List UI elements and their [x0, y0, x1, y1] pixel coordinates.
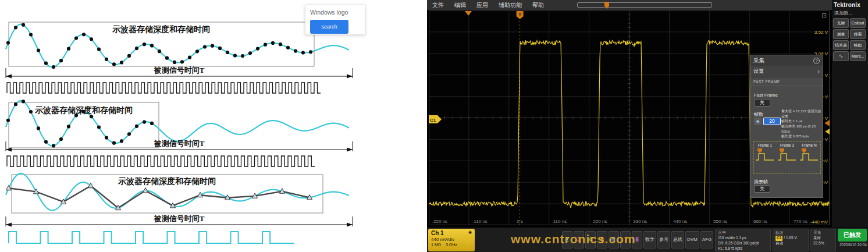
button-DVM[interactable]: DVM: [685, 231, 699, 249]
sample-dot: [294, 49, 297, 53]
side-button-搜索[interactable]: 搜索: [850, 29, 866, 39]
x-axis-label: 110 ns: [553, 219, 567, 224]
sample-dot: [74, 36, 78, 40]
x-axis-label: 0 s: [517, 219, 523, 224]
sample-dot: [22, 23, 25, 27]
sample-dot: [279, 42, 282, 46]
arrowhead-right: [347, 222, 353, 226]
frame-count-spinner[interactable]: ◈ 20: [754, 118, 781, 125]
menu-item-应用[interactable]: 应用: [471, 0, 493, 10]
acquisition-fastframe-panel: 采集 ? 设置 › FAST FRAME Fast Frame 关 帧数 ◈ 2…: [750, 55, 823, 198]
trigger-title: 触发: [775, 230, 806, 236]
frame-label: Frame N: [799, 143, 819, 147]
channel-1-position-marker[interactable]: C1: [429, 115, 442, 123]
horizontal-info-box[interactable]: 水平 110 ns/div 1.1 μs SR: 6.25 GS/s 160 p…: [715, 229, 771, 251]
spinner-icon[interactable]: ◈: [754, 118, 762, 125]
sample-dot: [97, 48, 101, 51]
side-button-绘图[interactable]: 绘图: [850, 40, 866, 50]
tooltip-button[interactable]: search: [310, 20, 348, 34]
run-status-button[interactable]: 已触发: [838, 229, 867, 242]
diagram3-arrow-label: 被测信号时间T: [154, 214, 205, 224]
side-button-Callout[interactable]: Callout: [850, 18, 866, 28]
x-axis-label: 330 ns: [633, 219, 647, 224]
windows-tooltip: Windows logo search: [305, 5, 365, 35]
sample-dot: [44, 140, 48, 144]
sample-dot: [59, 59, 63, 62]
diagram2-arrow-label: 被测信号时间T: [154, 139, 205, 149]
zoom-box-icon[interactable]: ⊡: [820, 12, 828, 19]
waveform-icon: ∿: [839, 53, 844, 59]
info-line: 帧长度:6.875 kpts: [781, 134, 821, 139]
summary-frame-toggle[interactable]: 关: [754, 185, 770, 193]
sample-dot: [271, 41, 275, 45]
sample-dot: [82, 33, 86, 36]
diagram1-title: 示波器存储深度和存储时间: [112, 24, 210, 35]
clock-train: [7, 83, 321, 93]
svg-text:C1: C1: [430, 118, 436, 123]
channel-1-name: Ch 1: [431, 230, 444, 236]
frame-label: Frame 1: [755, 143, 775, 147]
clock-train: [7, 156, 315, 166]
sample-dot: [105, 58, 108, 61]
frame-count-input[interactable]: 20: [763, 118, 781, 125]
diagrams-canvas: [0, 0, 427, 252]
info-line: 帧分辨率:160 ps (6.25 GS/s): [781, 124, 821, 134]
sample-dot: [143, 120, 146, 123]
sample-dot: [105, 136, 108, 139]
menu-item-辅助功能[interactable]: 辅助功能: [493, 0, 527, 10]
settings-row[interactable]: 设置 ›: [750, 66, 823, 77]
button-总线[interactable]: 总线: [671, 231, 684, 249]
trigger-position-marker[interactable]: [604, 2, 609, 9]
watermark: www.cntronics.com: [511, 232, 636, 246]
help-icon[interactable]: ?: [813, 58, 820, 64]
clock-train: [9, 232, 294, 243]
menu-item-编辑[interactable]: 编辑: [449, 0, 471, 10]
trigger-info-box[interactable]: 触发 C1/ 1.65 V 自动: [773, 229, 809, 251]
sample-dot: [135, 125, 138, 128]
sample-dot: [241, 54, 244, 58]
sample-dot: [135, 47, 138, 50]
waveform-display[interactable]: -220 ns-110 ns0 s110 ns220 ns330 ns440 n…: [429, 10, 830, 225]
sample-dot: [218, 47, 222, 50]
sample-dot: [233, 54, 237, 57]
settings-label: 设置: [753, 68, 764, 75]
trigger-flag[interactable]: T: [517, 11, 524, 19]
acquisition-info-box[interactable]: 采集 采样 22.5%: [810, 229, 836, 251]
sample-dot: [37, 48, 40, 52]
sample-dot: [44, 62, 48, 65]
x-axis-label: 660 ns: [753, 219, 767, 224]
summary-frame-label: 摘要帧: [754, 179, 768, 185]
channel-1-badge[interactable]: Ch 1 ◉ 440 mV/div 1 MΩ 3 GHz: [428, 229, 475, 251]
arrowhead-left: [6, 222, 12, 226]
side-button-光标[interactable]: 光标: [833, 18, 849, 28]
add-new-label[interactable]: 添加新...: [832, 8, 868, 18]
x-axis-label: 550 ns: [713, 219, 727, 224]
channel-level-marker: [825, 129, 830, 134]
horizontal-position-bar[interactable]: [577, 2, 712, 8]
menu-item-帮助[interactable]: 帮助: [527, 0, 549, 10]
y-axis-label: 0 V: [821, 201, 828, 207]
chevron-right-icon: ›: [817, 68, 820, 76]
status-boxes: 水平 110 ns/div 1.1 μs SR: 6.25 GS/s 160 p…: [715, 229, 867, 251]
diagrams-panel: 示波器存储深度和存储时间 示波器存储深度和存储时间 示波器存储深度和存储时间 被…: [0, 0, 427, 252]
plot-icon-button[interactable]: ∿: [833, 51, 849, 61]
side-button-More...[interactable]: More...: [850, 51, 866, 61]
menu-item-文件[interactable]: 文件: [427, 0, 449, 10]
sample-dot: [37, 126, 40, 130]
sample-dot: [158, 49, 161, 53]
button-参考[interactable]: 参考: [657, 231, 670, 249]
info-line: 帧时长:1.1 μs: [781, 119, 821, 124]
sample-dot: [90, 37, 93, 41]
sample-dot: [127, 54, 131, 58]
button-数学[interactable]: 数学: [643, 231, 656, 249]
frame-pulse-icon: [755, 147, 775, 165]
svg-text:T: T: [518, 12, 521, 17]
fastframe-toggle[interactable]: 关: [754, 99, 770, 107]
arrowhead-right: [347, 74, 353, 78]
side-button-结果表[interactable]: 结果表: [833, 40, 849, 50]
sample-dot: [150, 44, 154, 47]
sample-dot: [226, 51, 229, 54]
x-axis-label: 440 ns: [673, 219, 687, 224]
side-button-测量[interactable]: 测量: [833, 29, 849, 39]
button-AFG[interactable]: AFG: [700, 231, 713, 249]
